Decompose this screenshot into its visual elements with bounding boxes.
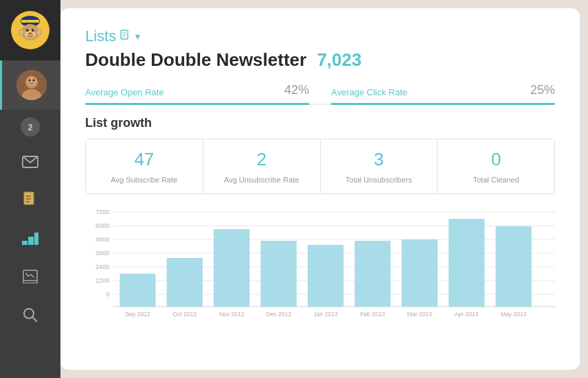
svg-point-12	[28, 32, 32, 35]
growth-chart: 7200 6000 4800 3600 2400 1200 0 Sep 2012…	[85, 205, 555, 325]
sidebar: 2	[0, 0, 60, 378]
svg-point-8	[26, 29, 29, 32]
total-unsub-value: 3	[332, 149, 427, 170]
svg-point-9	[32, 29, 34, 32]
dropdown-icon[interactable]: ▾	[135, 31, 140, 42]
sidebar-item-templates[interactable]	[0, 182, 60, 221]
svg-text:Mar 2013: Mar 2013	[407, 311, 432, 318]
svg-rect-57	[167, 258, 203, 307]
svg-text:Sep 2012: Sep 2012	[125, 311, 150, 318]
svg-text:1200: 1200	[95, 277, 109, 284]
svg-line-35	[32, 317, 37, 322]
sidebar-notifications[interactable]: 2	[0, 110, 60, 144]
svg-rect-65	[354, 241, 390, 307]
svg-text:3600: 3600	[95, 250, 109, 257]
stats-cards: 47 Avg Subscribe Rate 2 Avg Unsubscribe …	[85, 139, 555, 194]
subscriber-count: 7,023	[317, 49, 361, 70]
svg-text:Oct 2012: Oct 2012	[173, 311, 197, 318]
svg-text:Nov 2012: Nov 2012	[219, 311, 245, 318]
stat-card-cleaned: 0 Total Cleaned	[438, 139, 554, 193]
svg-point-10	[27, 29, 28, 30]
svg-rect-59	[214, 229, 249, 307]
svg-text:Dec 2012: Dec 2012	[266, 311, 291, 318]
sidebar-logo	[0, 0, 60, 60]
open-rate-label[interactable]: Average Open Rate	[85, 87, 164, 97]
svg-point-6	[38, 30, 41, 35]
svg-text:2400: 2400	[95, 263, 109, 270]
svg-rect-61	[260, 241, 296, 307]
svg-line-32	[28, 274, 31, 276]
subscribe-rate-value: 47	[97, 149, 192, 170]
stat-card-unsubscribe: 2 Avg Unsubscribe Rate	[203, 139, 321, 193]
document-icon	[23, 191, 37, 212]
stat-card-total-unsub: 3 Total Unsubscribers	[321, 139, 438, 193]
svg-text:Feb 2013: Feb 2013	[360, 311, 385, 318]
svg-point-17	[28, 80, 30, 82]
svg-rect-55	[120, 274, 155, 307]
newsletter-title: Double Double Newsletter 7,023	[85, 49, 555, 71]
unsubscribe-rate-label: Avg Unsubscribe Rate	[224, 176, 299, 184]
cleaned-label: Total Cleaned	[473, 176, 519, 184]
monkey-logo-icon	[11, 11, 49, 49]
mail-icon	[22, 154, 38, 172]
svg-text:0: 0	[106, 291, 109, 298]
svg-point-34	[24, 309, 34, 318]
svg-rect-1	[21, 20, 39, 23]
svg-text:7200: 7200	[95, 209, 109, 215]
subscribe-rate-label: Avg Subscribe Rate	[111, 176, 177, 184]
svg-point-18	[32, 80, 34, 82]
svg-text:Apr 2013: Apr 2013	[455, 311, 479, 318]
svg-point-11	[33, 29, 34, 30]
click-rate-value: 25%	[530, 83, 555, 97]
main-content: Lists ▾ Double Double Newsletter 7,023 A…	[60, 8, 580, 370]
sidebar-user-avatar[interactable]	[0, 60, 60, 110]
section-title: List growth	[85, 116, 555, 130]
click-rate-label[interactable]: Average Click Rate	[331, 87, 407, 97]
document-small-icon	[120, 29, 131, 43]
total-unsub-label: Total Unsubscribers	[346, 176, 412, 184]
page-header: Lists ▾	[85, 27, 555, 45]
svg-text:4800: 4800	[95, 236, 109, 243]
svg-text:6000: 6000	[95, 222, 109, 229]
svg-point-4	[20, 30, 23, 35]
unsubscribe-rate-value: 2	[214, 149, 309, 170]
svg-line-33	[31, 274, 34, 278]
svg-line-31	[26, 273, 28, 276]
sidebar-item-mail[interactable]	[0, 144, 60, 182]
svg-rect-63	[308, 245, 343, 307]
svg-point-16	[27, 76, 36, 86]
svg-rect-20	[24, 192, 34, 204]
svg-rect-67	[402, 239, 438, 307]
svg-text:Jan 2013: Jan 2013	[313, 311, 337, 318]
reports-icon	[23, 270, 38, 287]
stat-card-subscribe: 47 Avg Subscribe Rate	[86, 139, 203, 193]
notification-badge: 2	[21, 117, 40, 137]
cleaned-value: 0	[449, 149, 543, 170]
svg-rect-26	[34, 233, 38, 245]
avatar	[16, 70, 47, 100]
sidebar-item-search[interactable]	[0, 298, 60, 336]
lists-label: Lists	[85, 27, 116, 45]
search-icon	[23, 307, 38, 327]
open-rate-value: 42%	[284, 83, 309, 97]
lists-icon	[22, 231, 38, 249]
svg-rect-71	[495, 226, 531, 307]
svg-rect-25	[28, 237, 34, 245]
sidebar-item-reports[interactable]	[0, 259, 60, 298]
svg-rect-69	[449, 219, 484, 307]
chart-container: 7200 6000 4800 3600 2400 1200 0 Sep 2012…	[85, 205, 555, 325]
svg-rect-24	[22, 241, 27, 245]
sidebar-item-lists[interactable]	[0, 221, 60, 259]
lists-title: Lists ▾	[85, 27, 140, 45]
svg-text:May 2013: May 2013	[501, 311, 527, 318]
